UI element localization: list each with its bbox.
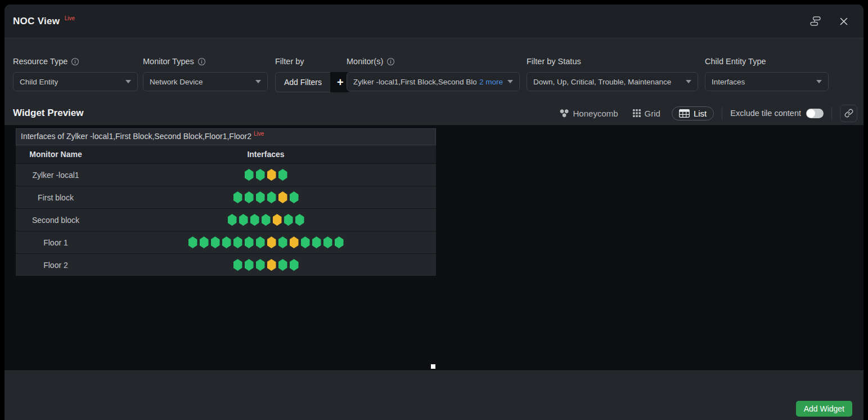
status-tile-trouble[interactable] xyxy=(273,214,282,226)
board-layout-icon[interactable] xyxy=(810,16,821,26)
view-mode-list[interactable]: List xyxy=(672,106,714,120)
widget-rows: Zylker -local1First blockSecond blockFlo… xyxy=(16,163,436,276)
table-row: Floor 2 xyxy=(16,253,436,276)
modal-title: NOC View xyxy=(13,16,60,26)
interface-tiles xyxy=(96,169,436,181)
chevron-down-icon xyxy=(816,80,822,83)
status-tile-up[interactable] xyxy=(233,191,242,203)
noc-view-modal: NOC View Live Resource Type xyxy=(5,5,863,420)
view-options: Honeycomb Grid List xyxy=(556,105,857,122)
view-mode-grid[interactable]: Grid xyxy=(629,106,664,120)
resource-type-select[interactable]: Child Entity xyxy=(13,72,138,91)
status-tile-up[interactable] xyxy=(290,191,299,203)
add-widget-button[interactable]: Add Widget xyxy=(796,401,852,417)
status-tile-up[interactable] xyxy=(278,259,287,271)
status-tile-up[interactable] xyxy=(267,191,276,203)
monitor-name: Floor 2 xyxy=(16,261,96,270)
more-monitors-link[interactable]: 2 more xyxy=(479,78,503,86)
filter-group-monitors: Monitor(s) Zylker -local1,First Block,Se… xyxy=(347,56,520,91)
status-tile-up[interactable] xyxy=(284,214,293,226)
status-tile-up[interactable] xyxy=(256,236,265,248)
child-entity-type-label: Child Entity Type xyxy=(705,56,829,66)
noc-widget-card: Interfaces of Zylker -local1,First Block… xyxy=(16,128,436,276)
status-tile-up[interactable] xyxy=(239,214,248,226)
exclude-tile-content-toggle[interactable] xyxy=(806,109,824,118)
column-header-monitor-name: Monitor Name xyxy=(16,150,96,159)
status-tile-up[interactable] xyxy=(245,259,254,271)
status-filter-label: Filter by Status xyxy=(527,56,698,66)
filter-group-resource-type: Resource Type Child Entity xyxy=(13,56,138,91)
divider xyxy=(831,107,832,119)
divider xyxy=(722,107,722,119)
list-icon xyxy=(679,109,690,118)
exclude-tile-content: Exclude tile content xyxy=(730,109,824,118)
status-tile-trouble[interactable] xyxy=(278,191,287,203)
status-tile-trouble[interactable] xyxy=(267,236,276,248)
status-tile-up[interactable] xyxy=(233,259,242,271)
table-row: Floor 1 xyxy=(16,231,436,253)
close-icon[interactable] xyxy=(839,17,848,26)
status-tile-up[interactable] xyxy=(262,214,271,226)
modal-title-wrap: NOC View Live xyxy=(13,16,75,27)
interface-tiles xyxy=(96,259,436,271)
interface-tiles xyxy=(96,191,436,203)
status-tile-up[interactable] xyxy=(233,236,242,248)
status-filter-select[interactable]: Down, Up, Critical, Trouble, Maintenance xyxy=(527,72,698,91)
status-tile-up[interactable] xyxy=(290,259,299,271)
copy-link-button[interactable] xyxy=(840,105,857,122)
table-row: Zylker -local1 xyxy=(16,163,436,186)
monitors-select[interactable]: Zylker -local1,First Block,Second Block,… xyxy=(347,72,520,91)
chevron-down-icon xyxy=(125,80,131,83)
info-icon[interactable] xyxy=(197,57,206,66)
filter-group-monitor-types: Monitor Types Network Device xyxy=(143,56,268,91)
info-icon[interactable] xyxy=(386,57,395,66)
monitor-name: First block xyxy=(16,193,96,202)
status-tile-up[interactable] xyxy=(188,236,197,248)
status-tile-trouble[interactable] xyxy=(290,236,299,248)
topbar-actions xyxy=(810,16,848,26)
status-tile-up[interactable] xyxy=(228,214,237,226)
widget-preview-panel: Interfaces of Zylker -local1,First Block… xyxy=(5,125,863,370)
status-tile-up[interactable] xyxy=(245,169,254,181)
add-filters-button[interactable]: Add Filters xyxy=(275,72,330,92)
filter-group-status: Filter by Status Down, Up, Critical, Tro… xyxy=(527,56,698,91)
status-tile-up[interactable] xyxy=(245,236,254,248)
add-filters-split-button: Add Filters + xyxy=(275,72,350,92)
view-mode-honeycomb[interactable]: Honeycomb xyxy=(556,106,622,120)
interface-tiles xyxy=(96,236,436,248)
status-tile-up[interactable] xyxy=(312,236,321,248)
child-entity-type-select[interactable]: Interfaces xyxy=(705,72,829,91)
monitor-types-select[interactable]: Network Device xyxy=(143,72,268,91)
status-tile-up[interactable] xyxy=(222,236,231,248)
status-tile-trouble[interactable] xyxy=(267,169,276,181)
status-tile-up[interactable] xyxy=(256,259,265,271)
status-tile-trouble[interactable] xyxy=(267,259,276,271)
status-tile-up[interactable] xyxy=(250,214,259,226)
chevron-down-icon xyxy=(507,80,513,83)
status-tile-up[interactable] xyxy=(211,236,220,248)
monitor-name: Floor 1 xyxy=(16,238,96,247)
status-tile-up[interactable] xyxy=(200,236,209,248)
status-tile-up[interactable] xyxy=(323,236,332,248)
monitor-name: Zylker -local1 xyxy=(16,171,96,180)
resize-handle[interactable] xyxy=(431,364,435,369)
status-tile-up[interactable] xyxy=(301,236,310,248)
interface-tiles xyxy=(96,214,436,226)
table-row: Second block xyxy=(16,208,436,231)
status-tile-up[interactable] xyxy=(256,169,265,181)
widget-preview-toolbar: Widget Preview Honeycomb Grid xyxy=(5,101,863,125)
link-icon xyxy=(844,109,853,118)
info-icon[interactable] xyxy=(71,57,79,66)
status-tile-up[interactable] xyxy=(295,214,304,226)
live-badge: Live xyxy=(254,131,264,137)
status-tile-up[interactable] xyxy=(335,236,344,248)
widget-card-title: Interfaces of Zylker -local1,First Block… xyxy=(16,128,436,145)
status-tile-up[interactable] xyxy=(256,191,265,203)
chevron-down-icon xyxy=(255,80,261,83)
status-tile-up[interactable] xyxy=(245,191,254,203)
status-tile-up[interactable] xyxy=(278,169,287,181)
grid-icon xyxy=(633,109,641,117)
toggle-knob xyxy=(807,109,815,118)
widget-table-header: Monitor Name Interfaces xyxy=(16,145,436,163)
status-tile-up[interactable] xyxy=(278,236,287,248)
